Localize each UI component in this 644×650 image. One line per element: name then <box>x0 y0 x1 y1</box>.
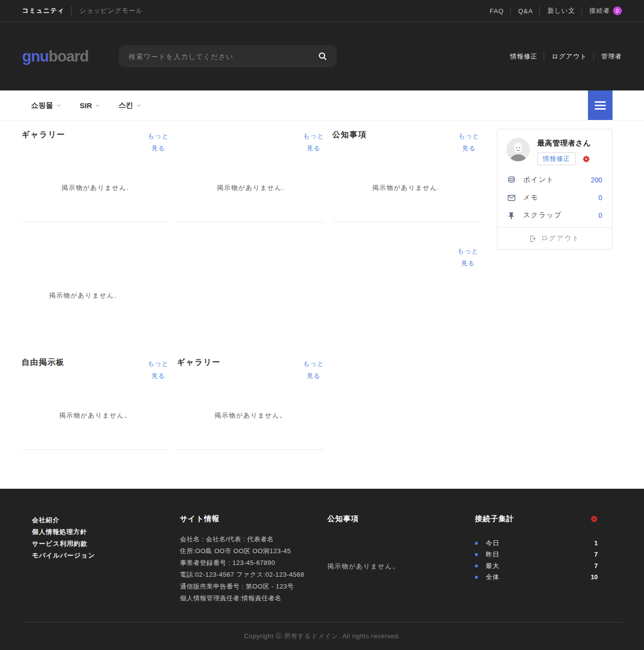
empty-message: 掲示物がありません. <box>217 183 284 192</box>
widget-gallery-2: ギャラリー もっと見る 掲示物がありません。 <box>177 356 324 450</box>
site-info-line: 会社名 : 会社名/代表 : 代表者名 <box>180 533 327 545</box>
stat-row-scrap[interactable]: スクラップ 0 <box>498 207 612 224</box>
nav-item-label: 쇼핑몰 <box>31 101 53 110</box>
header-edit-info-link[interactable]: 情報修正 <box>510 52 537 61</box>
widget-free-board: 自由掲示板 もっと見る 掲示物がありません。 <box>22 356 169 450</box>
visitor-stat-value: 7 <box>594 562 598 569</box>
stat-label: スクラップ <box>523 211 562 220</box>
footer-link-privacy[interactable]: 個人情報処理方針 <box>32 526 180 538</box>
sidebar-logout-button[interactable]: ログアウト <box>498 227 612 249</box>
widget-untitled: もっと見る 掲示物がありません. <box>177 129 324 222</box>
widget-title: 公知事項 <box>332 130 367 153</box>
stat-label: メモ <box>523 193 539 202</box>
topbar-item-new-posts[interactable]: 新しい文 <box>539 6 575 15</box>
widget-row-1: ギャラリー もっと見る 掲示物がありません. もっと見る 掲示物がありません. … <box>22 129 480 222</box>
chevron-down-icon <box>95 103 100 108</box>
bullet-icon <box>475 553 478 556</box>
topbar-item-community[interactable]: コミュニティ <box>22 6 64 15</box>
topbar-left-menu: コミュニティ ショッピングモール <box>22 6 143 15</box>
search-input[interactable] <box>129 53 319 60</box>
settings-gear-button[interactable] <box>583 155 590 163</box>
footer-links-column: 会社紹介 個人情報処理方針 サービス利用約款 モバイルバージョン <box>22 514 180 622</box>
nav-item-sir[interactable]: SIR <box>80 101 100 110</box>
widget-notice: 公知事項 もっと見る 掲示物がありません. <box>332 129 480 222</box>
footer-link-terms[interactable]: サービス利用約款 <box>32 538 180 550</box>
widgets-column: ギャラリー もっと見る 掲示物がありません. もっと見る 掲示物がありません. … <box>22 129 480 450</box>
footer-site-info: サイト情報 会社名 : 会社名/代表 : 代表者名 住所:OO島 OO市 OO区… <box>180 514 327 622</box>
empty-message: 掲示物がありません. <box>372 183 439 192</box>
edit-info-button[interactable]: 情報修正 <box>537 152 576 165</box>
hamburger-icon <box>595 101 606 103</box>
footer-link-mobile[interactable]: モバイルバージョン <box>32 550 180 561</box>
search-icon <box>319 52 327 60</box>
more-link[interactable]: もっと見る <box>147 130 169 153</box>
widget-title: 自由掲示板 <box>22 357 65 381</box>
more-link[interactable]: もっと見る <box>303 357 324 381</box>
site-info-line: 事業者登録番号 : 123-45-67890 <box>180 557 327 569</box>
footer-link-company[interactable]: 会社紹介 <box>32 514 180 526</box>
username: 最高管理者さん <box>537 139 591 148</box>
header-admin-link[interactable]: 管理者 <box>593 52 622 61</box>
more-link[interactable]: もっと見る <box>303 130 324 153</box>
site-header: gnuboard 情報修正 ログアウト 管理者 <box>0 22 644 90</box>
gear-icon <box>590 515 598 523</box>
nav-item-label: 스킨 <box>118 101 133 110</box>
search-bar <box>119 45 337 67</box>
topbar-item-shopping-mall[interactable]: ショッピングモール <box>71 6 143 15</box>
search-button[interactable] <box>319 52 327 60</box>
topbar-item-qna[interactable]: Q&A <box>510 7 533 15</box>
visitor-stat-row: 全体 10 <box>475 571 598 583</box>
stat-row-memo[interactable]: メモ 0 <box>498 189 612 207</box>
stat-label: ポイント <box>523 176 554 184</box>
visitor-stats-title: 接続子集計 <box>475 514 514 524</box>
site-info-line: 住所:OO島 OO市 OO区 OO洞123-45 <box>180 545 327 557</box>
topbar-item-connectors[interactable]: 接続者0 <box>582 6 622 16</box>
all-menu-button[interactable] <box>588 90 613 120</box>
empty-message: 掲示物がありません. <box>49 291 117 300</box>
visitor-stat-label: 全体 <box>486 573 499 582</box>
chevron-down-icon <box>137 103 141 108</box>
bullet-icon <box>475 542 478 545</box>
visitor-stat-label: 今日 <box>486 539 499 548</box>
more-link[interactable]: もっと見る <box>457 245 479 269</box>
more-link[interactable]: もっと見る <box>147 357 169 381</box>
visitor-stat-row: 昨日 7 <box>475 549 598 560</box>
site-info-title: サイト情報 <box>180 514 327 524</box>
more-link[interactable]: もっと見る <box>458 130 480 153</box>
visitor-stat-row: 最大 7 <box>475 560 598 571</box>
logo-text-gnu: gnu <box>22 48 49 65</box>
member-sidebar: 最高管理者さん 情報修正 <box>497 129 613 450</box>
pin-icon <box>507 211 515 219</box>
visitor-stat-row: 今日 1 <box>475 537 598 549</box>
copyright-text: Copyright ⓒ 所有するドメイン. All rights reserve… <box>22 622 622 650</box>
site-info-line: 電話:02-123-4567 ファクス:02-123-4568 <box>180 569 327 581</box>
avatar[interactable] <box>506 138 530 161</box>
widget-title: ギャラリー <box>22 130 65 153</box>
header-logout-link[interactable]: ログアウト <box>544 52 587 61</box>
topbar-item-faq[interactable]: FAQ <box>490 7 504 15</box>
nav-items: 쇼핑몰 SIR 스킨 <box>22 101 141 110</box>
mail-icon <box>507 194 516 202</box>
visitor-stat-label: 最大 <box>486 561 499 570</box>
nav-item-shopping[interactable]: 쇼핑몰 <box>31 101 61 110</box>
header-member-menu: 情報修正 ログアウト 管理者 <box>510 52 622 61</box>
empty-message: 掲示物がありません. <box>61 183 129 192</box>
bullet-icon <box>475 576 478 579</box>
stat-value: 200 <box>591 176 602 184</box>
visitor-stat-value: 1 <box>594 539 598 547</box>
site-logo[interactable]: gnuboard <box>22 48 88 65</box>
nav-item-skin[interactable]: 스킨 <box>118 101 141 110</box>
visitor-stat-value: 10 <box>591 573 598 581</box>
visitor-stats-list: 今日 1 昨日 7 最大 7 全体 10 <box>475 537 598 583</box>
widget-row-2: もっと見る 掲示物がありません. <box>22 222 480 348</box>
coins-icon <box>507 176 516 184</box>
visitor-stat-value: 7 <box>594 551 598 558</box>
connectors-label: 接続者 <box>589 7 610 14</box>
logout-label: ログアウト <box>541 234 580 243</box>
visitor-stats-gear-button[interactable] <box>590 515 598 523</box>
stat-row-points[interactable]: ポイント 200 <box>498 171 612 189</box>
footer-notice-title: 公知事項 <box>327 514 475 524</box>
footer-visitor-stats: 接続子集計 <box>475 514 613 622</box>
member-stats: ポイント 200 メモ 0 スクラップ 0 <box>498 169 612 227</box>
logout-icon <box>529 235 537 242</box>
